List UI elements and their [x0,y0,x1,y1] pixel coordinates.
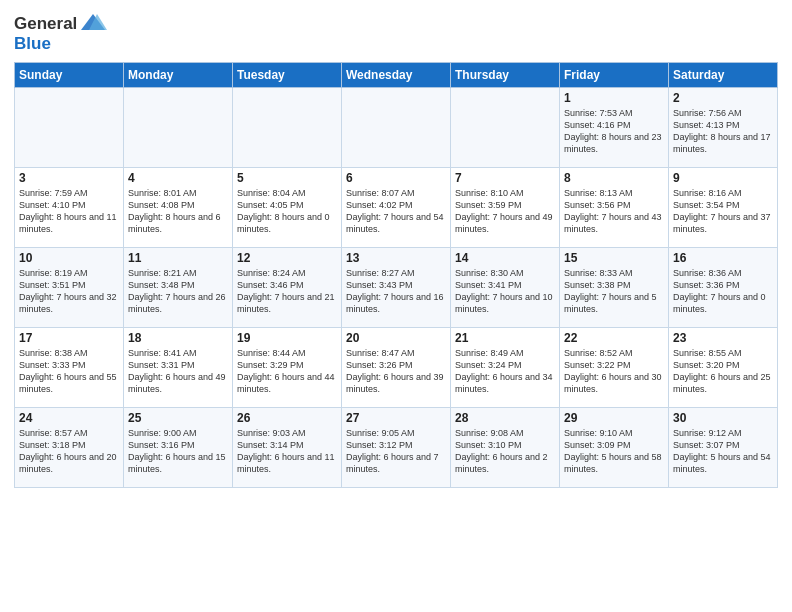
calendar-cell: 30Sunrise: 9:12 AM Sunset: 3:07 PM Dayli… [669,408,778,488]
day-info: Sunrise: 8:52 AM Sunset: 3:22 PM Dayligh… [564,347,664,396]
calendar-cell: 7Sunrise: 8:10 AM Sunset: 3:59 PM Daylig… [451,168,560,248]
calendar-cell: 20Sunrise: 8:47 AM Sunset: 3:26 PM Dayli… [342,328,451,408]
calendar-cell: 22Sunrise: 8:52 AM Sunset: 3:22 PM Dayli… [560,328,669,408]
day-number: 4 [128,171,228,185]
day-info: Sunrise: 8:36 AM Sunset: 3:36 PM Dayligh… [673,267,773,316]
weekday-header-saturday: Saturday [669,63,778,88]
day-number: 11 [128,251,228,265]
day-info: Sunrise: 9:10 AM Sunset: 3:09 PM Dayligh… [564,427,664,476]
calendar-cell: 23Sunrise: 8:55 AM Sunset: 3:20 PM Dayli… [669,328,778,408]
calendar-cell [15,88,124,168]
calendar-body: 1Sunrise: 7:53 AM Sunset: 4:16 PM Daylig… [15,88,778,488]
calendar-table: SundayMondayTuesdayWednesdayThursdayFrid… [14,62,778,488]
calendar-week-2: 3Sunrise: 7:59 AM Sunset: 4:10 PM Daylig… [15,168,778,248]
day-info: Sunrise: 9:05 AM Sunset: 3:12 PM Dayligh… [346,427,446,476]
day-info: Sunrise: 9:03 AM Sunset: 3:14 PM Dayligh… [237,427,337,476]
day-number: 22 [564,331,664,345]
day-info: Sunrise: 8:57 AM Sunset: 3:18 PM Dayligh… [19,427,119,476]
day-number: 2 [673,91,773,105]
calendar-cell: 28Sunrise: 9:08 AM Sunset: 3:10 PM Dayli… [451,408,560,488]
day-number: 7 [455,171,555,185]
day-number: 16 [673,251,773,265]
calendar-cell: 12Sunrise: 8:24 AM Sunset: 3:46 PM Dayli… [233,248,342,328]
calendar-cell: 16Sunrise: 8:36 AM Sunset: 3:36 PM Dayli… [669,248,778,328]
day-info: Sunrise: 8:16 AM Sunset: 3:54 PM Dayligh… [673,187,773,236]
calendar-cell [451,88,560,168]
calendar-cell: 2Sunrise: 7:56 AM Sunset: 4:13 PM Daylig… [669,88,778,168]
calendar-cell: 18Sunrise: 8:41 AM Sunset: 3:31 PM Dayli… [124,328,233,408]
calendar-cell: 14Sunrise: 8:30 AM Sunset: 3:41 PM Dayli… [451,248,560,328]
calendar-cell: 4Sunrise: 8:01 AM Sunset: 4:08 PM Daylig… [124,168,233,248]
day-number: 3 [19,171,119,185]
calendar-page: General Blue SundayMondayTuesdayWednesda… [0,0,792,612]
day-info: Sunrise: 8:30 AM Sunset: 3:41 PM Dayligh… [455,267,555,316]
day-number: 9 [673,171,773,185]
day-info: Sunrise: 8:19 AM Sunset: 3:51 PM Dayligh… [19,267,119,316]
calendar-cell [124,88,233,168]
day-number: 8 [564,171,664,185]
day-info: Sunrise: 7:59 AM Sunset: 4:10 PM Dayligh… [19,187,119,236]
weekday-header-tuesday: Tuesday [233,63,342,88]
day-info: Sunrise: 8:55 AM Sunset: 3:20 PM Dayligh… [673,347,773,396]
day-number: 27 [346,411,446,425]
day-number: 24 [19,411,119,425]
calendar-week-5: 24Sunrise: 8:57 AM Sunset: 3:18 PM Dayli… [15,408,778,488]
calendar-cell: 17Sunrise: 8:38 AM Sunset: 3:33 PM Dayli… [15,328,124,408]
calendar-cell: 26Sunrise: 9:03 AM Sunset: 3:14 PM Dayli… [233,408,342,488]
day-info: Sunrise: 8:10 AM Sunset: 3:59 PM Dayligh… [455,187,555,236]
weekday-header-monday: Monday [124,63,233,88]
day-number: 20 [346,331,446,345]
logo-general-text: General [14,14,77,34]
day-number: 10 [19,251,119,265]
day-number: 17 [19,331,119,345]
day-info: Sunrise: 8:24 AM Sunset: 3:46 PM Dayligh… [237,267,337,316]
day-number: 21 [455,331,555,345]
calendar-cell: 27Sunrise: 9:05 AM Sunset: 3:12 PM Dayli… [342,408,451,488]
calendar-cell: 8Sunrise: 8:13 AM Sunset: 3:56 PM Daylig… [560,168,669,248]
calendar-cell: 24Sunrise: 8:57 AM Sunset: 3:18 PM Dayli… [15,408,124,488]
calendar-cell: 21Sunrise: 8:49 AM Sunset: 3:24 PM Dayli… [451,328,560,408]
day-number: 5 [237,171,337,185]
calendar-header: SundayMondayTuesdayWednesdayThursdayFrid… [15,63,778,88]
weekday-header-sunday: Sunday [15,63,124,88]
calendar-cell: 19Sunrise: 8:44 AM Sunset: 3:29 PM Dayli… [233,328,342,408]
day-info: Sunrise: 8:01 AM Sunset: 4:08 PM Dayligh… [128,187,228,236]
calendar-cell: 15Sunrise: 8:33 AM Sunset: 3:38 PM Dayli… [560,248,669,328]
calendar-cell: 11Sunrise: 8:21 AM Sunset: 3:48 PM Dayli… [124,248,233,328]
weekday-header-friday: Friday [560,63,669,88]
calendar-cell: 1Sunrise: 7:53 AM Sunset: 4:16 PM Daylig… [560,88,669,168]
calendar-week-1: 1Sunrise: 7:53 AM Sunset: 4:16 PM Daylig… [15,88,778,168]
day-info: Sunrise: 9:12 AM Sunset: 3:07 PM Dayligh… [673,427,773,476]
day-info: Sunrise: 7:53 AM Sunset: 4:16 PM Dayligh… [564,107,664,156]
calendar-cell: 5Sunrise: 8:04 AM Sunset: 4:05 PM Daylig… [233,168,342,248]
calendar-week-3: 10Sunrise: 8:19 AM Sunset: 3:51 PM Dayli… [15,248,778,328]
calendar-cell: 10Sunrise: 8:19 AM Sunset: 3:51 PM Dayli… [15,248,124,328]
day-info: Sunrise: 8:41 AM Sunset: 3:31 PM Dayligh… [128,347,228,396]
day-number: 19 [237,331,337,345]
day-number: 25 [128,411,228,425]
day-info: Sunrise: 9:08 AM Sunset: 3:10 PM Dayligh… [455,427,555,476]
day-info: Sunrise: 8:49 AM Sunset: 3:24 PM Dayligh… [455,347,555,396]
day-info: Sunrise: 8:07 AM Sunset: 4:02 PM Dayligh… [346,187,446,236]
calendar-cell [342,88,451,168]
day-number: 18 [128,331,228,345]
day-number: 6 [346,171,446,185]
day-number: 13 [346,251,446,265]
calendar-cell: 3Sunrise: 7:59 AM Sunset: 4:10 PM Daylig… [15,168,124,248]
day-number: 15 [564,251,664,265]
weekday-header-wednesday: Wednesday [342,63,451,88]
calendar-week-4: 17Sunrise: 8:38 AM Sunset: 3:33 PM Dayli… [15,328,778,408]
day-info: Sunrise: 8:04 AM Sunset: 4:05 PM Dayligh… [237,187,337,236]
page-header: General Blue [14,10,778,54]
weekday-header-row: SundayMondayTuesdayWednesdayThursdayFrid… [15,63,778,88]
day-info: Sunrise: 9:00 AM Sunset: 3:16 PM Dayligh… [128,427,228,476]
day-number: 29 [564,411,664,425]
day-info: Sunrise: 8:38 AM Sunset: 3:33 PM Dayligh… [19,347,119,396]
calendar-cell: 25Sunrise: 9:00 AM Sunset: 3:16 PM Dayli… [124,408,233,488]
logo: General Blue [14,10,107,54]
day-number: 1 [564,91,664,105]
calendar-cell: 9Sunrise: 8:16 AM Sunset: 3:54 PM Daylig… [669,168,778,248]
day-info: Sunrise: 7:56 AM Sunset: 4:13 PM Dayligh… [673,107,773,156]
weekday-header-thursday: Thursday [451,63,560,88]
day-number: 23 [673,331,773,345]
